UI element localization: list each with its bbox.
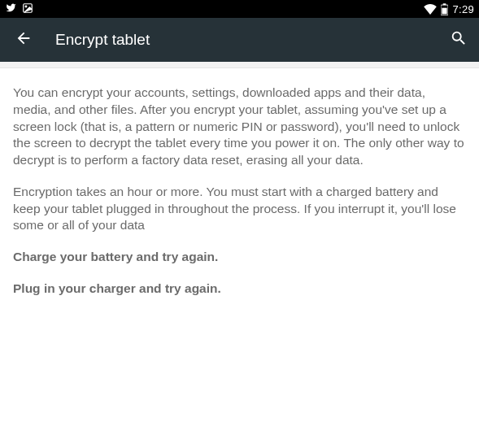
search-button[interactable] [450, 29, 468, 50]
svg-point-1 [25, 6, 27, 7]
battery-icon [441, 3, 448, 15]
warning-plug-charger: Plug in your charger and try again. [13, 281, 466, 298]
svg-rect-4 [442, 7, 447, 14]
twitter-icon [5, 2, 17, 15]
image-icon [22, 2, 33, 16]
back-button[interactable] [15, 29, 33, 50]
app-bar: Encrypt tablet [0, 18, 479, 62]
status-left [5, 2, 33, 16]
warning-charge-battery: Charge your battery and try again. [13, 249, 466, 266]
sub-header-divider [0, 62, 479, 68]
description-paragraph-2: Encryption takes an hour or more. You mu… [13, 184, 466, 234]
status-clock: 7:29 [452, 3, 474, 15]
status-bar: 7:29 [0, 0, 479, 18]
wifi-icon [424, 4, 437, 15]
description-paragraph-1: You can encrypt your accounts, settings,… [13, 85, 466, 169]
status-right: 7:29 [424, 3, 474, 15]
svg-rect-3 [443, 3, 446, 5]
page-title: Encrypt tablet [55, 31, 150, 49]
content-area: You can encrypt your accounts, settings,… [0, 68, 479, 325]
